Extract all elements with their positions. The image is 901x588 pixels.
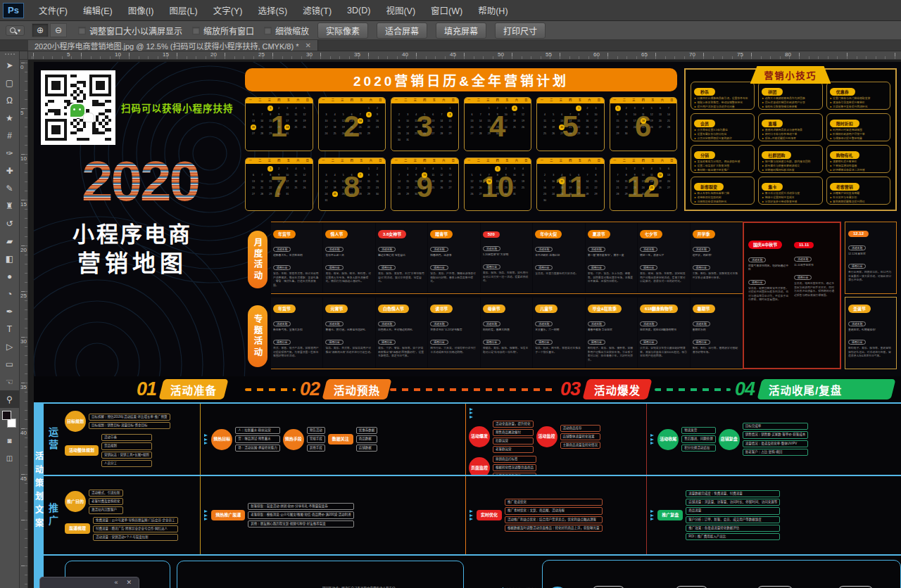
weekday-label: 四 (569, 99, 572, 102)
industry-label: 适用行业 (430, 265, 448, 270)
document-canvas[interactable]: 扫码可以获得小程序扶持 2020 小程序电商 营销地图 2020营销日历&全年营… (28, 60, 901, 588)
menu-item[interactable]: 编辑(E) (75, 0, 120, 20)
mindmap-branch: 免费流量｜公众号菜单·导购员朋友圈·门店会员·企业员工 (93, 517, 178, 524)
activity-card: 618翻身购物节 活动主题 狂欢热卖，就在618翻身购物节 适用行业 会员类、促… (638, 298, 689, 368)
history-brush-tool-icon[interactable]: ↺ (0, 215, 20, 232)
zoom-tool-preset[interactable]: ▾ (6, 25, 25, 36)
weekday-label: 三 (341, 160, 344, 162)
close-icon[interactable]: ✕ (126, 580, 132, 586)
option-checkbox[interactable] (264, 27, 272, 34)
zoom-option-button[interactable]: 填充屏幕 (436, 23, 486, 39)
weekday-label: 六 (442, 160, 445, 162)
mindmap-branch: 场｜活动氛围·承接转化能力 (235, 445, 280, 452)
flow-arrows-icon (650, 509, 654, 522)
tip-card: 集卡 ➤集卡瓜分奖池提升活动参与度➤稀缺卡设置控制中奖成本➤分享好友获卡带动裂变… (758, 177, 822, 205)
activity-title: 3.8女神节 (378, 230, 406, 238)
panel-grip[interactable] (5, 53, 15, 55)
collapse-icon[interactable]: « (114, 580, 118, 586)
menu-item[interactable]: 3D(D) (339, 0, 378, 20)
document-tab-title: 2020小程序电商营销地图.jpg @ 12.5% (扫码可以获得小程序扶持, … (34, 40, 298, 51)
eraser-tool-icon[interactable]: ▰ (0, 232, 20, 250)
theme-label: 活动主题 (794, 257, 812, 262)
calendar-days: 1234567891011121314151617181920212223242… (319, 164, 386, 204)
zoom-option-button[interactable]: 打印尺寸 (495, 23, 546, 39)
healing-brush-tool-icon[interactable]: ✚ (0, 162, 20, 179)
mindmap-branch: 推广效果｜各渠道流量转化数据评估 (686, 525, 780, 532)
activity-title: 暑期节 (693, 305, 715, 313)
zoom-option-button[interactable]: 适合屏幕 (377, 23, 427, 39)
path-selection-tool-icon[interactable]: ▷ (0, 338, 20, 355)
brush-tool-icon[interactable]: ✎ (0, 179, 20, 197)
calendar-days: 1234567891011121314151617181920212223242… (391, 103, 458, 143)
option-checkbox[interactable] (192, 27, 200, 34)
activity-industry: 会员类、促销类学生受众最适配好物清单，满减与优惠券立减300元起送，吸引年轻用户… (640, 347, 687, 359)
weekday-label: 三 (486, 160, 489, 162)
clone-stamp-tool-icon[interactable]: ♜ (0, 197, 20, 215)
weekday-label: 三 (341, 99, 344, 102)
shape-tool-icon[interactable]: ▭ (0, 355, 20, 373)
mindmap-group: 渠道梳理 免费流量｜公众号菜单·导购员朋友圈·门店会员·企业员工付费流量｜腾讯广… (65, 516, 178, 542)
menu-item[interactable]: 图层(L) (161, 0, 205, 20)
mindmap-hub: 预热手段 (283, 429, 304, 450)
phase-header-strip: 01 活动准备 02 活动预热 03 活动爆发 04 活动收尾/复盘 (34, 376, 901, 402)
year-title: 2020 (52, 149, 228, 214)
type-tool-icon[interactable]: T (0, 320, 20, 338)
theme-label: 活动主题 (535, 247, 553, 252)
menu-item[interactable]: 滤镜(T) (295, 0, 339, 20)
zoom-out-button[interactable]: ⊖ (50, 23, 67, 37)
dodge-tool-icon[interactable]: ◔ (0, 285, 20, 302)
ruler-number: 30 (306, 51, 354, 59)
menu-item[interactable]: 视图(V) (378, 0, 423, 20)
weekday-label: 日 (452, 160, 455, 162)
magic-wand-tool-icon[interactable]: ★ (0, 109, 20, 127)
weekday-label: 三 (414, 99, 417, 102)
zoom-option-button[interactable]: 实际像素 (317, 23, 368, 39)
zoom-tool-icon[interactable]: ⚲ (0, 390, 20, 408)
weekday-label: 三 (632, 160, 635, 162)
menu-item[interactable]: 帮助(H) (470, 0, 515, 20)
marquee-tool-icon[interactable]: ▢ (0, 74, 20, 91)
calendar-days: 1234567891011121314151617181920212223242… (246, 164, 313, 198)
hand-tool-icon[interactable]: ☜ (0, 373, 20, 390)
mindmap-branch: 店铺整体流量转化效果 (560, 433, 601, 440)
weekday-label: 四 (423, 99, 426, 102)
crop-tool-icon[interactable]: # (0, 127, 20, 144)
screen-mode-icon[interactable]: ◫ (0, 449, 20, 467)
activity-title: 年货节 (273, 305, 296, 313)
floating-panel-bar[interactable]: « ✕ (39, 577, 139, 588)
weekday-label: 一 (249, 160, 252, 162)
ruler-number: 10 (20, 155, 27, 201)
marketing-tips-panel: 营销小技巧 秒杀 ➤以高性价比爆款商品做引流，设置秒杀专区➤搭配上新关联推荐，带… (684, 68, 897, 211)
lasso-tool-icon[interactable]: Ω (0, 91, 20, 109)
industry-label: 适用行业 (535, 340, 553, 345)
activity-card: 开学季 活动主题 迎开学，购趁早! 适用行业 文教、数码、服饰等，如教育类可主推… (691, 223, 742, 293)
close-icon[interactable]: ✕ (305, 41, 310, 49)
option-checkbox[interactable] (78, 27, 86, 34)
phase-header: 02 活动预热 (300, 378, 389, 400)
gradient-tool-icon[interactable]: ◧ (0, 250, 20, 267)
menu-item[interactable]: 窗口(W) (423, 0, 470, 20)
menu-item[interactable]: 选择(S) (250, 0, 295, 20)
mindmap-hub: 活动爆发 (469, 426, 490, 447)
move-tool-icon[interactable]: ➤ (0, 56, 20, 74)
weekday-label: 二 (550, 99, 553, 102)
activity-title: 元宵节 (325, 305, 348, 313)
pen-tool-icon[interactable]: ✒ (0, 302, 20, 320)
zoom-in-button[interactable]: ⊕ (32, 23, 49, 37)
tip-line: ➤分享好友获卡带动裂变传播 (762, 200, 819, 205)
document-tab[interactable]: 2020小程序电商营销地图.jpg @ 12.5% (扫码可以获得小程序扶持, … (28, 40, 318, 51)
magnifier-icon (10, 27, 15, 33)
quick-mask-icon[interactable]: ◙ (0, 432, 20, 449)
menu-item[interactable]: 图像(I) (120, 0, 162, 20)
menu-item[interactable]: 文字(Y) (206, 0, 251, 20)
qr-caption: 扫码可以获得小程序扶持 (121, 101, 262, 115)
menu-item[interactable]: 文件(F) (31, 0, 75, 20)
activity-industry: 各行业商家，回馈双11后，在12月为年末最后一波大促活动，可借此双12清仓冲业绩… (848, 271, 893, 283)
color-swatches[interactable] (0, 409, 20, 432)
ruler-number: 40 (20, 430, 27, 475)
foreground-color-swatch[interactable] (2, 411, 11, 420)
eyedropper-tool-icon[interactable]: ✑ (0, 144, 20, 162)
blur-tool-icon[interactable]: ● (0, 267, 20, 285)
weekday-label: 二 (258, 99, 261, 102)
activity-card: 毕业&狂欢季 活动主题 青春不散场 毕业狂欢 适用行业 数码电子、美妆、服饰、摄… (586, 298, 637, 368)
